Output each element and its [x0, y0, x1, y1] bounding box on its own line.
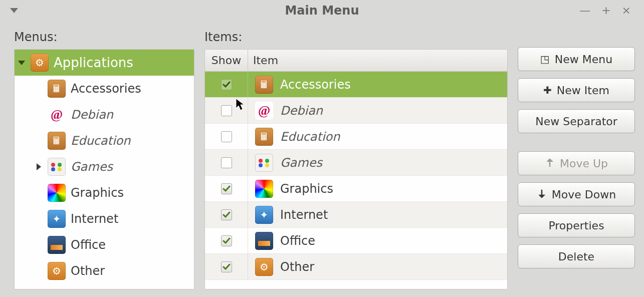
show-checkbox[interactable]: [221, 261, 232, 272]
properties-button[interactable]: Properties: [518, 213, 635, 237]
table-row[interactable]: 🖩Accessories: [205, 72, 507, 98]
cell-item: ✦Internet: [248, 202, 507, 227]
arrow-down-icon: 🠇: [537, 188, 547, 200]
table-row[interactable]: Office: [205, 228, 507, 254]
new-menu-icon: ◳: [540, 53, 550, 65]
plus-icon: ✚: [543, 84, 552, 96]
item-label: Games: [280, 156, 322, 170]
tree-item[interactable]: Office: [15, 232, 194, 258]
accessories-icon: 🖩: [255, 76, 273, 94]
tree-item-label: Internet: [71, 212, 118, 226]
cell-show: [205, 150, 248, 175]
tree-item-label: Other: [71, 264, 105, 278]
items-column: Items: Show Item 🖩Accessories@Debian🖩Edu…: [204, 30, 508, 297]
show-checkbox[interactable]: [221, 105, 232, 116]
table-row[interactable]: Graphics: [205, 176, 507, 202]
tree-item[interactable]: 🖩Education: [15, 128, 194, 154]
education-icon: 🖩: [255, 128, 273, 146]
move-up-label: Move Up: [560, 157, 608, 170]
office-icon: [255, 232, 273, 250]
expander-icon[interactable]: [18, 61, 26, 65]
new-menu-button[interactable]: ◳ New Menu: [518, 47, 635, 71]
table-row[interactable]: Games: [205, 150, 507, 176]
internet-icon: ✦: [255, 206, 273, 224]
table-row[interactable]: 🖩Education: [205, 124, 507, 150]
svg-point-6: [259, 163, 263, 167]
tree-item[interactable]: Games: [15, 154, 194, 180]
tree-item-label: Office: [71, 238, 106, 252]
show-checkbox[interactable]: [221, 131, 232, 142]
show-checkbox[interactable]: [221, 183, 232, 194]
tree-item-label: Graphics: [71, 186, 124, 200]
tree-root-label: Applications: [54, 55, 133, 70]
graphics-icon: [48, 184, 66, 202]
cell-item: ⚙Other: [248, 254, 507, 279]
new-menu-label: New Menu: [555, 53, 612, 66]
svg-point-3: [58, 167, 62, 171]
cell-show: [205, 98, 248, 123]
table-row[interactable]: @Debian: [205, 98, 507, 124]
tree-item-label: Debian: [71, 108, 113, 122]
settings-icon: ⚙: [31, 54, 49, 72]
arrow-up-icon: 🠅: [545, 157, 555, 169]
cell-item: Graphics: [248, 176, 507, 201]
delete-button[interactable]: Delete: [518, 244, 635, 268]
debian-icon: @: [48, 106, 66, 124]
table-row[interactable]: ✦Internet: [205, 202, 507, 228]
item-label: Debian: [280, 104, 323, 118]
tree-item[interactable]: @Debian: [15, 102, 194, 128]
svg-point-4: [259, 159, 263, 163]
svg-point-7: [265, 163, 269, 167]
svg-point-0: [51, 163, 55, 167]
new-item-button[interactable]: ✚ New Item: [518, 78, 635, 102]
table-header: Show Item: [205, 50, 507, 72]
column-header-item[interactable]: Item: [248, 50, 507, 71]
menus-label: Menus:: [14, 30, 194, 44]
internet-icon: ✦: [48, 210, 66, 228]
tree-item-label: Games: [71, 160, 113, 174]
show-checkbox[interactable]: [221, 157, 232, 168]
education-icon: 🖩: [48, 132, 66, 150]
tree-item[interactable]: Graphics: [15, 180, 194, 206]
show-checkbox[interactable]: [221, 209, 232, 220]
tree-item[interactable]: ⚙Other: [15, 258, 194, 284]
games-icon: [48, 158, 66, 176]
content-area: Menus: ⚙ Applications 🖩Accessories@Debia…: [0, 21, 644, 297]
new-item-label: New Item: [557, 84, 609, 97]
cell-show: [205, 202, 248, 227]
column-header-show[interactable]: Show: [205, 50, 248, 71]
items-table[interactable]: Show Item 🖩Accessories@Debian🖩EducationG…: [204, 49, 508, 289]
tree-item[interactable]: ✦Internet: [15, 206, 194, 232]
games-icon: [255, 154, 273, 172]
cell-item: 🖩Accessories: [248, 72, 507, 97]
cell-item: Office: [248, 228, 507, 253]
show-checkbox[interactable]: [221, 235, 232, 246]
show-checkbox[interactable]: [221, 79, 232, 90]
menus-column: Menus: ⚙ Applications 🖩Accessories@Debia…: [14, 30, 194, 297]
window-title: Main Menu: [0, 4, 644, 18]
cell-show: [205, 228, 248, 253]
cell-item: Games: [248, 150, 507, 175]
item-label: Internet: [280, 208, 328, 222]
other-icon: ⚙: [255, 258, 273, 276]
expander-placeholder[interactable]: [35, 163, 43, 170]
cell-item: 🖩Education: [248, 124, 507, 149]
tree-item[interactable]: 🖩Accessories: [15, 76, 194, 102]
item-label: Other: [280, 260, 314, 274]
move-down-label: Move Down: [552, 188, 616, 201]
properties-label: Properties: [548, 219, 604, 232]
tree-root-applications[interactable]: ⚙ Applications: [15, 50, 194, 76]
cell-show: [205, 72, 248, 97]
cell-show: [205, 124, 248, 149]
item-label: Education: [280, 130, 340, 144]
new-separator-button[interactable]: New Separator: [518, 109, 635, 133]
table-row[interactable]: ⚙Other: [205, 254, 507, 280]
menus-tree[interactable]: ⚙ Applications 🖩Accessories@Debian🖩Educa…: [14, 49, 194, 289]
tree-item-label: Accessories: [71, 82, 141, 96]
tree-item-label: Education: [71, 134, 130, 148]
debian-icon: @: [255, 102, 273, 120]
move-down-button[interactable]: 🠇 Move Down: [518, 182, 635, 206]
item-label: Graphics: [280, 182, 333, 196]
cell-show: [205, 254, 248, 279]
other-icon: ⚙: [48, 262, 66, 280]
